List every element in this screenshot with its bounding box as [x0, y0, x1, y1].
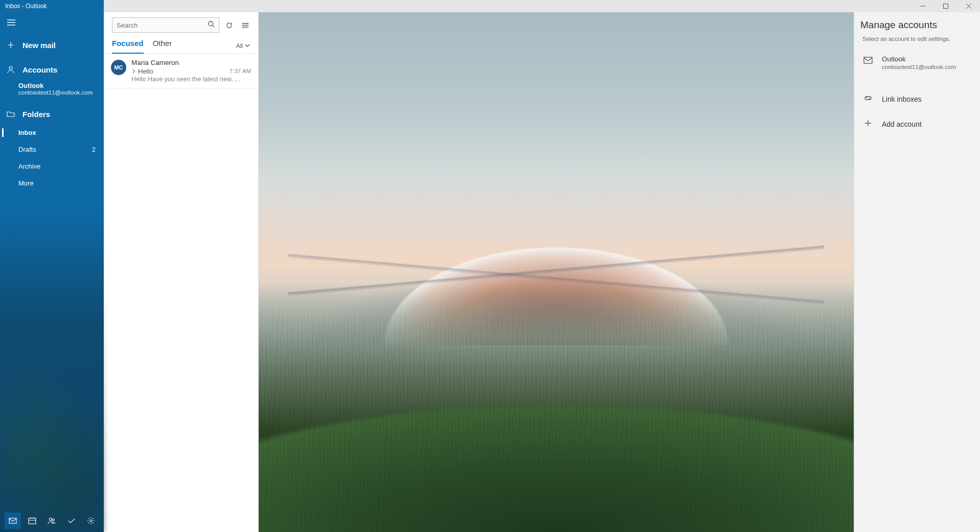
accounts-label: Accounts: [22, 65, 57, 74]
folder-archive[interactable]: Archive: [0, 158, 104, 175]
panel-account-email: contosotest11@outlook.com: [882, 64, 956, 70]
new-mail-button[interactable]: New mail: [0, 34, 104, 56]
select-mode-button[interactable]: [239, 18, 252, 32]
svg-rect-0: [943, 4, 948, 9]
link-inboxes-label: Link inboxes: [882, 95, 922, 103]
mail-nav-button[interactable]: [5, 513, 21, 529]
plus-icon: [6, 41, 15, 49]
inbox-tabs: Focused Other: [112, 39, 172, 53]
bottom-nav: [0, 510, 104, 532]
svg-rect-3: [29, 518, 36, 524]
mail-list-column: Focused Other All MC Maria Cameron Hello…: [104, 12, 259, 532]
link-inboxes-button[interactable]: Link inboxes: [854, 86, 980, 111]
panel-subtitle: Select an account to edit settings.: [854, 36, 980, 50]
svg-rect-8: [864, 57, 872, 63]
svg-rect-2: [9, 518, 16, 523]
account-name: Outlook: [18, 82, 104, 89]
search-icon: [208, 20, 215, 30]
filter-label: All: [236, 42, 243, 50]
svg-point-1: [9, 66, 12, 70]
person-icon: [6, 65, 15, 74]
chevron-right-icon: [131, 66, 136, 76]
todo-nav-button[interactable]: [63, 513, 80, 529]
add-account-button[interactable]: Add account: [854, 111, 980, 136]
search-input[interactable]: [117, 21, 208, 29]
tab-focused[interactable]: Focused: [112, 39, 144, 54]
folder-count: 2: [92, 146, 96, 153]
accounts-header[interactable]: Accounts: [0, 59, 104, 80]
close-button[interactable]: [957, 0, 980, 12]
folders-label: Folders: [22, 110, 50, 119]
maximize-button[interactable]: [934, 0, 957, 12]
mail-icon: [863, 56, 874, 66]
sidebar-account-item[interactable]: Outlook contosotest11@outlook.com: [0, 80, 104, 100]
folder-icon: [6, 110, 15, 118]
folder-label: More: [18, 179, 34, 187]
window-title: Inbox - Outlook: [0, 3, 47, 10]
mail-preview: Hello Have you seen the latest new, ...: [131, 76, 251, 83]
panel-title: Manage accounts: [854, 12, 980, 36]
account-email: contosotest11@outlook.com: [18, 89, 104, 96]
sync-button[interactable]: [222, 18, 236, 32]
minimize-button[interactable]: [911, 0, 934, 12]
folder-more[interactable]: More: [0, 175, 104, 192]
window-controls: [911, 0, 980, 12]
new-mail-label: New mail: [22, 41, 56, 50]
calendar-nav-button[interactable]: [24, 513, 40, 529]
svg-point-6: [90, 520, 92, 522]
avatar: MC: [111, 60, 126, 75]
manage-accounts-panel: Manage accounts Select an account to edi…: [854, 12, 980, 532]
mail-subject: Hello: [138, 67, 153, 75]
folder-label: Archive: [18, 163, 40, 170]
panel-account-name: Outlook: [882, 55, 956, 63]
hamburger-button[interactable]: [0, 12, 104, 33]
svg-point-7: [209, 21, 213, 26]
sidebar: New mail Accounts Outlook contosotest11@…: [0, 12, 104, 532]
svg-point-5: [52, 519, 54, 521]
add-account-label: Add account: [882, 120, 922, 128]
folder-drafts[interactable]: Drafts 2: [0, 141, 104, 158]
reading-pane: [259, 12, 854, 532]
filter-dropdown[interactable]: All: [236, 42, 250, 50]
folder-label: Inbox: [18, 129, 36, 136]
chevron-down-icon: [245, 42, 250, 50]
folders-header[interactable]: Folders: [0, 104, 104, 124]
mail-time: 7:37 AM: [230, 68, 251, 74]
title-bar: Inbox - Outlook: [0, 0, 980, 12]
plus-icon: [863, 119, 873, 129]
link-icon: [863, 94, 873, 104]
folder-inbox[interactable]: Inbox: [0, 124, 104, 141]
folder-label: Drafts: [18, 146, 36, 153]
mail-from: Maria Cameron: [131, 59, 251, 66]
panel-account-item[interactable]: Outlook contosotest11@outlook.com: [854, 50, 980, 77]
people-nav-button[interactable]: [43, 513, 60, 529]
settings-nav-button[interactable]: [83, 513, 99, 529]
mail-item[interactable]: MC Maria Cameron Hello 7:37 AM Hello Hav…: [104, 54, 258, 88]
search-box[interactable]: [112, 17, 219, 33]
svg-point-4: [50, 518, 52, 521]
tab-other[interactable]: Other: [153, 39, 172, 53]
